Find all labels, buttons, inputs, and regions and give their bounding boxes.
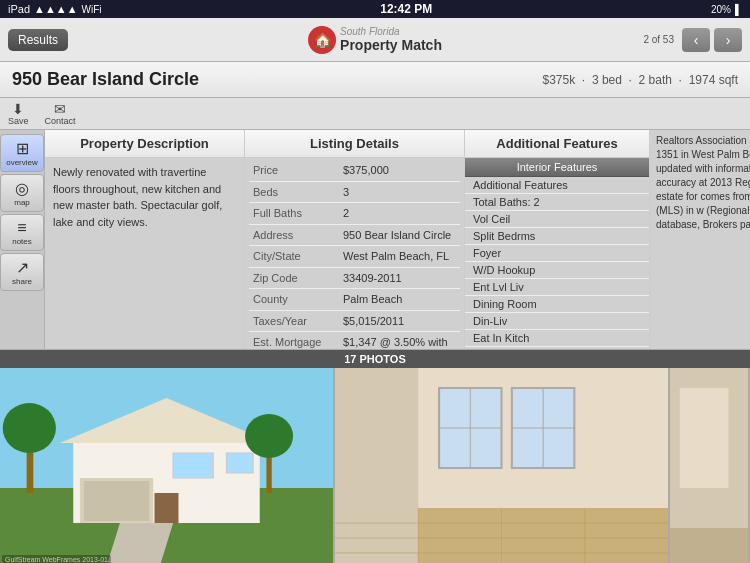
listing-label: Est. Mortgage: [249, 332, 339, 350]
toolbar: ⬇ Save ✉ Contact: [0, 98, 750, 130]
exterior-svg: [0, 368, 333, 563]
feature-item: Total Baths: 2: [465, 194, 649, 211]
listing-label: Beds: [249, 181, 339, 203]
logo-name: Property Match: [340, 37, 442, 53]
listing-table: Price$375,000Beds3Full Baths2Address950 …: [249, 160, 460, 349]
sidebar: ⊞ overview ◎ map ≡ notes ↗ share: [0, 130, 45, 349]
listing-row: Beds3: [249, 181, 460, 203]
feature-item: Split Bedrms: [465, 228, 649, 245]
listing-value: $5,015/2011: [339, 310, 460, 332]
listing-row: Price$375,000: [249, 160, 460, 181]
listing-row: Zip Code33409-2011: [249, 267, 460, 289]
listing-value: $375,000: [339, 160, 460, 181]
photo-exterior[interactable]: GulfStream WebFrames 2013-01: [0, 368, 335, 563]
sidebar-item-overview[interactable]: ⊞ overview: [0, 134, 44, 172]
listing-header: Listing Details: [245, 130, 464, 158]
features-tab[interactable]: Interior Features: [465, 158, 649, 177]
listing-label: Taxes/Year: [249, 310, 339, 332]
svg-rect-6: [173, 453, 213, 478]
feature-item: Din-Liv: [465, 313, 649, 330]
page-info: 2 of 53: [643, 34, 674, 45]
svg-marker-16: [335, 368, 418, 563]
status-time: 12:42 PM: [380, 2, 432, 16]
app-header: Results 🏠 South Florida Property Match 2…: [0, 18, 750, 62]
back-button[interactable]: Results: [8, 29, 68, 51]
logo-icon: 🏠: [308, 26, 336, 54]
status-battery: 20% ▌: [711, 4, 742, 15]
feature-item: Foyer: [465, 245, 649, 262]
listing-label: Full Baths: [249, 203, 339, 225]
logo-subtitle: South Florida: [340, 26, 442, 37]
feature-item: Ent Lvl Liv: [465, 279, 649, 296]
exterior-caption: GulfStream WebFrames 2013-01: [2, 555, 111, 563]
save-icon: ⬇: [12, 102, 24, 116]
partial-svg: [670, 368, 748, 563]
features-panel: Additional Features Interior Features Ad…: [465, 130, 650, 349]
sidebar-item-share[interactable]: ↗ share: [0, 253, 44, 291]
listing-value: 33409-2011: [339, 267, 460, 289]
status-carrier: iPad ▲▲▲▲ WiFi: [8, 3, 102, 15]
photos-section: GulfStream WebFrames 2013-01: [0, 368, 750, 563]
next-button[interactable]: ›: [714, 28, 742, 52]
property-details: $375k · 3 bed · 2 bath · 1974 sqft: [543, 73, 739, 87]
features-list: Additional FeaturesTotal Baths: 2Vol Cei…: [465, 177, 649, 347]
listing-label: City/State: [249, 246, 339, 268]
photo-interior[interactable]: [335, 368, 670, 563]
realtor-text: Realtors Association located at 1351 in …: [650, 130, 750, 236]
listing-value: $1,347 @ 3.50% with 20% down: [339, 332, 460, 350]
listing-row: Address950 Bear Island Circle: [249, 224, 460, 246]
svg-rect-8: [155, 493, 179, 523]
svg-point-10: [3, 403, 56, 453]
prev-button[interactable]: ‹: [682, 28, 710, 52]
property-header: 950 Bear Island Circle $375k · 3 bed · 2…: [0, 62, 750, 98]
listing-label: Zip Code: [249, 267, 339, 289]
features-header: Additional Features: [465, 130, 649, 158]
listing-label: County: [249, 289, 339, 311]
nav-controls: 2 of 53 ‹ ›: [643, 28, 742, 52]
listing-value: Palm Beach: [339, 289, 460, 311]
sidebar-item-map[interactable]: ◎ map: [0, 174, 44, 212]
contact-icon: ✉: [54, 102, 66, 116]
listing-row: Est. Mortgage$1,347 @ 3.50% with 20% dow…: [249, 332, 460, 350]
contact-button[interactable]: ✉ Contact: [45, 102, 76, 126]
feature-item: Vol Ceil: [465, 211, 649, 228]
notes-icon: ≡: [3, 219, 41, 237]
listing-body: Price$375,000Beds3Full Baths2Address950 …: [245, 158, 464, 349]
svg-rect-31: [670, 528, 748, 563]
save-button[interactable]: ⬇ Save: [8, 102, 29, 126]
description-header: Property Description: [45, 130, 244, 158]
feature-item: Additional Features: [465, 177, 649, 194]
listing-row: Taxes/Year$5,015/2011: [249, 310, 460, 332]
overview-icon: ⊞: [3, 139, 41, 158]
property-title: 950 Bear Island Circle: [12, 69, 199, 90]
photos-bar: 17 PHOTOS: [0, 350, 750, 368]
realtor-panel: Realtors Association located at 1351 in …: [650, 130, 750, 349]
listing-value: 2: [339, 203, 460, 225]
sidebar-item-notes[interactable]: ≡ notes: [0, 214, 44, 251]
svg-rect-5: [84, 481, 149, 521]
listing-value: 950 Bear Island Circle: [339, 224, 460, 246]
app-logo: 🏠 South Florida Property Match: [308, 26, 442, 54]
description-panel: Property Description Newly renovated wit…: [45, 130, 245, 349]
listing-value: West Palm Beach, FL: [339, 246, 460, 268]
map-icon: ◎: [3, 179, 41, 198]
svg-rect-7: [226, 453, 253, 473]
listing-label: Address: [249, 224, 339, 246]
listing-row: City/StateWest Palm Beach, FL: [249, 246, 460, 268]
feature-item: W/D Hookup: [465, 262, 649, 279]
description-body: Newly renovated with travertine floors t…: [45, 158, 244, 236]
status-bar: iPad ▲▲▲▲ WiFi 12:42 PM 20% ▌: [0, 0, 750, 18]
feature-item: Eat In Kitch: [465, 330, 649, 347]
svg-point-12: [245, 414, 293, 458]
main-content: ⊞ overview ◎ map ≡ notes ↗ share Propert…: [0, 130, 750, 350]
feature-item: Dining Room: [465, 296, 649, 313]
listing-value: 3: [339, 181, 460, 203]
listing-row: CountyPalm Beach: [249, 289, 460, 311]
listing-row: Full Baths2: [249, 203, 460, 225]
listing-label: Price: [249, 160, 339, 181]
interior-svg: [335, 368, 668, 563]
share-icon: ↗: [3, 258, 41, 277]
listing-panel: Listing Details Price$375,000Beds3Full B…: [245, 130, 465, 349]
photo-partial[interactable]: [670, 368, 750, 563]
svg-rect-30: [680, 388, 729, 488]
